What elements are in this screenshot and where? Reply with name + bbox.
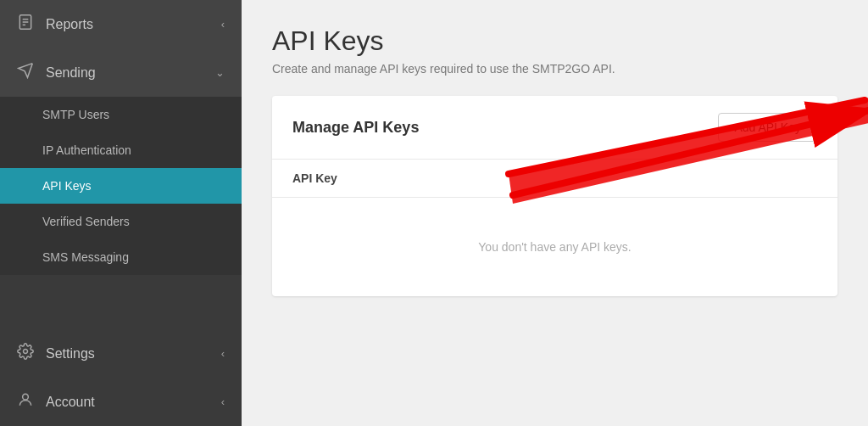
sidebar-settings-label: Settings [46,346,95,362]
smtp-users-label: SMTP Users [42,108,109,121]
reports-chevron: ‹ [221,18,225,31]
sending-chevron: ⌄ [215,66,225,79]
account-icon [17,391,34,412]
empty-message: You don't have any API keys. [272,198,837,296]
sidebar-item-ip-authentication[interactable]: IP Authentication [0,132,242,168]
ip-auth-label: IP Authentication [42,143,131,157]
sidebar-sending-label: Sending [46,65,96,81]
settings-icon [17,343,34,364]
sidebar-reports-label: Reports [46,17,93,32]
page-subtitle: Create and manage API keys required to u… [272,62,837,76]
sending-icon [17,62,34,83]
page-title: API Keys [272,25,837,57]
account-chevron: ‹ [221,395,225,408]
sidebar-account-label: Account [46,395,95,410]
sidebar-item-settings[interactable]: Settings ‹ [0,329,242,378]
sidebar-item-verified-senders[interactable]: Verified Senders [0,204,242,239]
sms-messaging-label: SMS Messaging [42,250,129,264]
api-key-column-header: API Key [292,171,337,185]
settings-chevron: ‹ [221,347,225,360]
sidebar-bottom: Settings ‹ Account ‹ [0,329,242,426]
verified-senders-label: Verified Senders [42,215,130,228]
api-keys-card: Manage API Keys Add API Key API Key You … [272,96,837,296]
sidebar-item-sending[interactable]: Sending ⌄ [0,48,242,97]
sidebar-sending-subitems: SMTP Users IP Authentication API Keys Ve… [0,97,242,275]
svg-point-5 [23,394,29,400]
svg-point-4 [24,350,28,354]
sidebar-item-reports[interactable]: Reports ‹ [0,0,242,48]
reports-icon [17,14,34,35]
card-header: Manage API Keys Add API Key [272,96,837,160]
card-header-title: Manage API Keys [292,119,419,137]
sidebar-item-sms-messaging[interactable]: SMS Messaging [0,239,242,275]
main-content: API Keys Create and manage API keys requ… [242,0,868,426]
sidebar-item-account[interactable]: Account ‹ [0,378,242,426]
sidebar-item-api-keys[interactable]: API Keys [0,168,242,204]
add-api-key-button[interactable]: Add API Key [718,113,817,142]
api-keys-label: API Keys [42,179,92,193]
sidebar: Reports ‹ Sending ⌄ SMTP Users IP Authen… [0,0,242,426]
sidebar-item-smtp-users[interactable]: SMTP Users [0,97,242,132]
table-header: API Key [272,160,837,198]
